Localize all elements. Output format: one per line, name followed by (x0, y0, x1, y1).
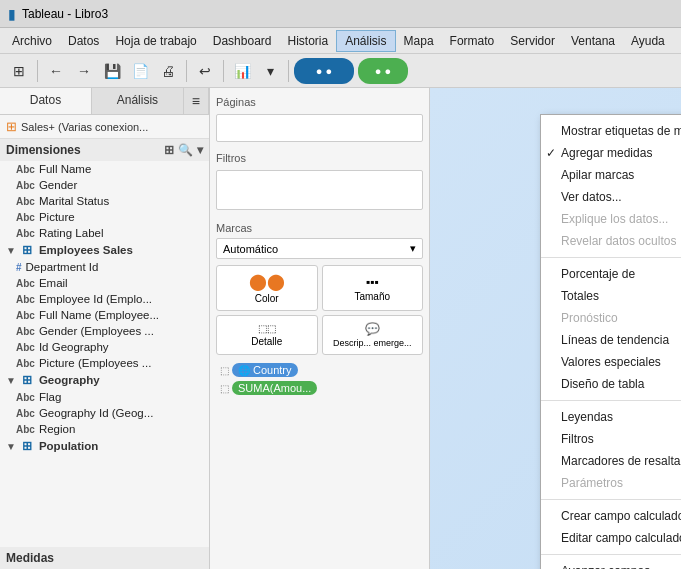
menu-hoja[interactable]: Hoja de trabajo (107, 31, 204, 51)
geography-group[interactable]: ▼ ⊞ Geography (0, 371, 209, 389)
dim-gender-emp[interactable]: Abc Gender (Employees ... (0, 323, 209, 339)
menu-item-label: Líneas de tendencia (561, 333, 669, 347)
dim-label: Employee Id (Emplo... (39, 293, 152, 305)
toolbar-green[interactable]: ● ● (358, 58, 408, 84)
menu-mostrar-etiquetas[interactable]: Mostrar etiquetas de marca (541, 120, 681, 142)
menu-revelar: Revelar datos ocultos (541, 230, 681, 252)
dimensiones-header: Dimensiones ⊞ 🔍 ▾ (0, 139, 209, 161)
data-source-row[interactable]: ⊞ Sales+ (Varias conexion... (0, 115, 209, 139)
toolbar-new[interactable]: 📄 (127, 58, 153, 84)
dim-gender[interactable]: Abc Gender (0, 177, 209, 193)
dim-fullname[interactable]: Abc Full Name (0, 161, 209, 177)
dim-label: Department Id (26, 261, 99, 273)
menu-marcadores[interactable]: Marcadores de resaltado (541, 450, 681, 472)
menu-avanzar[interactable]: Avanzar campos (541, 560, 681, 569)
toolbar-apps[interactable]: ⊞ (6, 58, 32, 84)
menu-leyendas[interactable]: Leyendas ▶ (541, 406, 681, 428)
abc-icon: Abc (16, 278, 35, 289)
population-group[interactable]: ▼ ⊞ Population (0, 437, 209, 455)
menu-ver-datos[interactable]: Ver datos... (541, 186, 681, 208)
panel-tabs: Datos Análisis ≡ (0, 88, 209, 115)
title-text: Tableau - Libro3 (22, 7, 108, 21)
dim-label: Picture (39, 211, 75, 223)
dim-email[interactable]: Abc Email (0, 275, 209, 291)
dim-flag[interactable]: Abc Flag (0, 389, 209, 405)
menu-item-label: Valores especiales (561, 355, 661, 369)
toolbar-save[interactable]: 💾 (99, 58, 125, 84)
group-label: Population (39, 440, 98, 452)
menu-mapa[interactable]: Mapa (396, 31, 442, 51)
sep3 (223, 60, 224, 82)
menu-historia[interactable]: Historia (279, 31, 336, 51)
dim-region[interactable]: Abc Region (0, 421, 209, 437)
menu-group-4: Crear campo calculado... Editar campo ca… (541, 503, 681, 551)
menu-group-2: Porcentaje de ▶ Totales ▶ Pronóstico ▶ L… (541, 261, 681, 397)
toolbar-dropdown[interactable]: ▾ (257, 58, 283, 84)
menu-filtros[interactable]: Filtros ▶ (541, 428, 681, 450)
menu-editar-campo[interactable]: Editar campo calculado ▶ (541, 527, 681, 549)
dim-geoid[interactable]: Abc Geography Id (Geog... (0, 405, 209, 421)
menu-totales[interactable]: Totales ▶ (541, 285, 681, 307)
source-icon: ⊞ (6, 119, 17, 134)
app-icon: ▮ (8, 6, 16, 22)
menu-item-label: Marcadores de resaltado (561, 454, 681, 468)
abc-icon: Abc (16, 164, 35, 175)
dim-fullname-emp[interactable]: Abc Full Name (Employee... (0, 307, 209, 323)
menu-valores-especiales[interactable]: Valores especiales ▶ (541, 351, 681, 373)
menu-apilar-marcas[interactable]: Apilar marcas ▶ (541, 164, 681, 186)
menu-item-label: Filtros (561, 432, 594, 446)
dim-label: Full Name (Employee... (39, 309, 159, 321)
toolbar-chart[interactable]: 📊 (229, 58, 255, 84)
group-label: Geography (39, 374, 100, 386)
menu-item-label: Totales (561, 289, 599, 303)
dimensiones-icons: ⊞ 🔍 ▾ (164, 143, 203, 157)
tab-analisis[interactable]: Análisis (92, 88, 184, 114)
left-panel: Datos Análisis ≡ ⊞ Sales+ (Varias conexi… (0, 88, 210, 569)
dim-marital[interactable]: Abc Marital Status (0, 193, 209, 209)
dim-label: Email (39, 277, 68, 289)
medidas-header: Medidas (0, 547, 209, 569)
menu-servidor[interactable]: Servidor (502, 31, 563, 51)
dimensiones-collapse-icon[interactable]: ▾ (197, 143, 203, 157)
toolbar-back[interactable]: ← (43, 58, 69, 84)
menu-porcentaje[interactable]: Porcentaje de ▶ (541, 263, 681, 285)
menu-formato[interactable]: Formato (442, 31, 503, 51)
dim-label: Gender (Employees ... (39, 325, 154, 337)
menu-lineas-tendencia[interactable]: Líneas de tendencia ▶ (541, 329, 681, 351)
menu-diseno-tabla[interactable]: Diseño de tabla ▶ (541, 373, 681, 395)
toolbar-undo[interactable]: ↩ (192, 58, 218, 84)
panel-options[interactable]: ≡ (184, 88, 209, 114)
toolbar-forward[interactable]: → (71, 58, 97, 84)
abc-icon: Abc (16, 294, 35, 305)
employees-sales-group[interactable]: ▼ ⊞ Employees Sales (0, 241, 209, 259)
menu-datos[interactable]: Datos (60, 31, 107, 51)
dim-picture-emp[interactable]: Abc Picture (Employees ... (0, 355, 209, 371)
dim-label: Rating Label (39, 227, 104, 239)
menu-group-3: Leyendas ▶ Filtros ▶ Marcadores de resal… (541, 404, 681, 496)
dim-picture[interactable]: Abc Picture (0, 209, 209, 225)
dimensiones-search-icon[interactable]: 🔍 (178, 143, 193, 157)
toolbar-print[interactable]: 🖨 (155, 58, 181, 84)
dim-deptid[interactable]: # Department Id (0, 259, 209, 275)
menu-agregar-medidas[interactable]: ✓ Agregar medidas (541, 142, 681, 164)
toolbar: ⊞ ← → 💾 📄 🖨 ↩ 📊 ▾ ● ● ● ● (0, 54, 681, 88)
menu-dashboard[interactable]: Dashboard (205, 31, 280, 51)
dim-empid[interactable]: Abc Employee Id (Emplo... (0, 291, 209, 307)
menu-archivo[interactable]: Archivo (4, 31, 60, 51)
sep4 (288, 60, 289, 82)
dim-rating[interactable]: Abc Rating Label (0, 225, 209, 241)
table-icon-blue3: ⊞ (22, 439, 32, 453)
dim-idgeo[interactable]: Abc Id Geography (0, 339, 209, 355)
table-icon-blue: ⊞ (22, 243, 32, 257)
tab-datos[interactable]: Datos (0, 88, 92, 114)
menu-ventana[interactable]: Ventana (563, 31, 623, 51)
table-icon-blue2: ⊞ (22, 373, 32, 387)
menu-ayuda[interactable]: Ayuda (623, 31, 673, 51)
dimensiones-grid-icon[interactable]: ⊞ (164, 143, 174, 157)
menu-crear-campo[interactable]: Crear campo calculado... (541, 505, 681, 527)
menu-item-label: Explique los datos... (561, 212, 668, 226)
menu-item-label: Mostrar etiquetas de marca (561, 124, 681, 138)
menu-analisis[interactable]: Análisis (336, 30, 395, 52)
content-area: Páginas Filtros Marcas Automático ▾ ⬤⬤ C… (210, 88, 681, 569)
toolbar-fit[interactable]: ● ● (294, 58, 354, 84)
